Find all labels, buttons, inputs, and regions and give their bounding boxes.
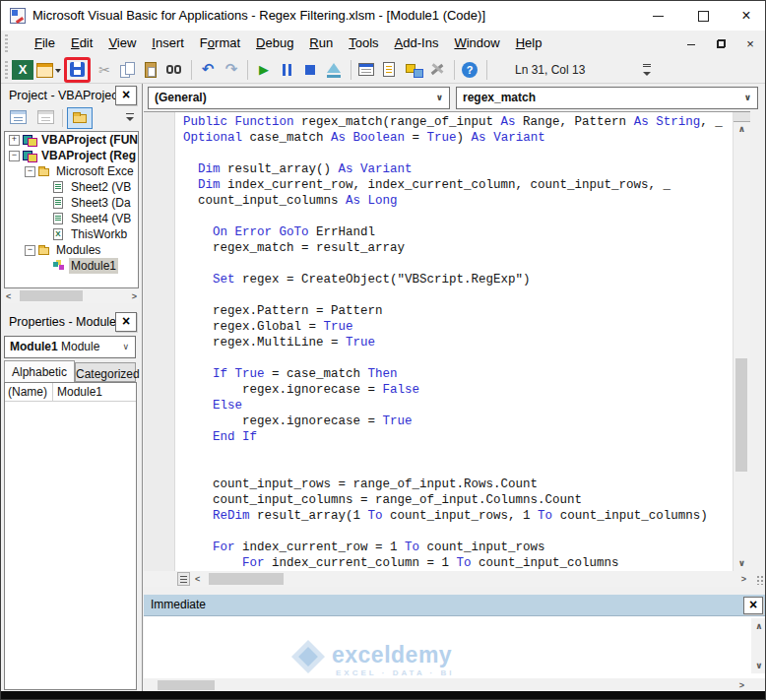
code-editor[interactable]: Public Function regex_match(range_of_inp… xyxy=(144,111,750,571)
split-handle[interactable] xyxy=(734,112,750,122)
code-line[interactable]: Public Function regex_match(range_of_inp… xyxy=(183,114,733,130)
code-line[interactable]: regex.ignorecase = True xyxy=(183,414,733,429)
object-dropdown[interactable]: (General) ∨ xyxy=(148,87,450,109)
tree-item-vbaproject-reg[interactable]: −VBAProject (Reg xyxy=(5,148,138,163)
toolbox-icon[interactable] xyxy=(427,60,449,80)
view-excel-icon[interactable] xyxy=(12,60,33,80)
menu-edit[interactable]: Edit xyxy=(63,31,100,57)
run-icon[interactable] xyxy=(253,60,275,80)
code-line[interactable]: regex.Pattern = Pattern xyxy=(183,303,733,319)
tab-alphabetic[interactable]: Alphabetic xyxy=(4,360,75,382)
properties-window-icon[interactable] xyxy=(380,60,402,80)
code-line[interactable]: regex.MultiLine = True xyxy=(183,335,733,350)
procedure-dropdown[interactable]: regex_match ∨ xyxy=(456,87,758,109)
code-line[interactable]: ReDim result_array(1 To count_input_rows… xyxy=(183,508,733,524)
tree-item-microsoft-exce[interactable]: −Microsoft Exce xyxy=(5,163,138,179)
code-line[interactable]: Dim result_array() As Variant xyxy=(183,161,733,177)
properties-panel-close-button[interactable]: × xyxy=(115,312,137,332)
property-row[interactable]: (Name)Module1 xyxy=(5,383,136,402)
cut-icon[interactable] xyxy=(94,60,115,80)
scrollbar-thumb[interactable] xyxy=(735,358,747,472)
reset-icon[interactable] xyxy=(300,60,322,80)
scroll-left-icon[interactable]: < xyxy=(6,291,11,301)
code-line[interactable]: On Error GoTo ErrHandl xyxy=(183,224,733,240)
scroll-left-icon[interactable]: < xyxy=(195,574,200,584)
view-object-button[interactable] xyxy=(34,108,58,128)
menu-debug[interactable]: Debug xyxy=(248,31,301,57)
immediate-window-titlebar[interactable]: Immediate xyxy=(144,595,766,616)
tree-item-sheet4-vb[interactable]: Sheet4 (VB xyxy=(5,211,138,226)
code-line[interactable]: regex_match = result_array xyxy=(183,240,733,256)
tree-item-vbaproject-fun[interactable]: +VBAProject (FUN xyxy=(5,132,138,148)
code-line[interactable]: count_input_columns = range_of_input.Col… xyxy=(183,492,733,508)
scroll-up-icon[interactable]: ∧ xyxy=(751,621,766,631)
object-browser-icon[interactable] xyxy=(404,60,425,80)
toolbar-options-button[interactable] xyxy=(641,60,654,82)
expand-icon[interactable]: + xyxy=(9,135,20,146)
resize-corner[interactable] xyxy=(750,571,766,587)
object-selector-dropdown[interactable]: Module1 Module ∨ xyxy=(4,336,136,358)
undo-icon[interactable] xyxy=(197,60,219,80)
immediate-window[interactable]: exceldemy EXCEL · DATA · BI ∧ ∨ xyxy=(144,616,766,678)
maximize-button[interactable] xyxy=(686,1,720,31)
mdi-close-button[interactable]: × xyxy=(743,36,757,51)
code-hscrollbar[interactable]: < > xyxy=(144,571,750,587)
find-icon[interactable] xyxy=(164,60,186,80)
mdi-minimize-button[interactable] xyxy=(684,38,698,50)
break-icon[interactable] xyxy=(277,60,298,80)
help-icon[interactable] xyxy=(460,60,481,80)
code-line[interactable] xyxy=(183,209,733,224)
copy-icon[interactable] xyxy=(117,60,139,80)
code-line[interactable] xyxy=(183,445,733,461)
menu-run[interactable]: Run xyxy=(301,31,341,57)
menu-file[interactable]: File xyxy=(27,31,63,57)
toolbar-grip-icon[interactable] xyxy=(5,61,8,80)
collapse-icon[interactable]: − xyxy=(25,245,35,256)
code-line[interactable]: regex.Global = True xyxy=(183,319,733,335)
code-line[interactable] xyxy=(183,350,733,366)
scrollbar-thumb[interactable] xyxy=(158,680,215,690)
code-line[interactable] xyxy=(183,461,733,477)
project-explorer-icon[interactable] xyxy=(356,60,378,80)
project-panel-close-button[interactable]: × xyxy=(115,86,137,105)
code-line[interactable] xyxy=(183,146,733,161)
code-line[interactable]: Else xyxy=(183,398,733,414)
menu-help[interactable]: Help xyxy=(508,31,550,57)
scroll-down-icon[interactable]: ∨ xyxy=(734,558,750,568)
mdi-restore-button[interactable] xyxy=(714,38,728,50)
tab-categorized[interactable]: Categorized xyxy=(75,362,136,382)
menu-addins[interactable]: Add-Ins xyxy=(387,31,447,57)
tree-item-sheet2-vb[interactable]: Sheet2 (VB xyxy=(5,179,138,195)
close-button[interactable]: × xyxy=(730,1,763,31)
code-line[interactable]: count_input_columns As Long xyxy=(183,193,733,209)
tree-item-sheet3-da[interactable]: Sheet3 (Da xyxy=(5,195,138,211)
scroll-up-icon[interactable]: ∧ xyxy=(734,124,750,134)
save-icon[interactable] xyxy=(69,60,86,80)
code-line[interactable] xyxy=(183,524,733,540)
scroll-right-icon[interactable]: > xyxy=(739,680,744,690)
margin-indicator-bar[interactable] xyxy=(144,112,175,571)
minimize-button[interactable] xyxy=(641,1,674,31)
menu-format[interactable]: Format xyxy=(192,31,248,57)
code-line[interactable]: If True = case_match Then xyxy=(183,366,733,382)
toggle-folders-button[interactable] xyxy=(67,107,93,129)
toolbar-grip-icon[interactable] xyxy=(5,34,8,53)
menu-window[interactable]: Window xyxy=(446,31,507,57)
collapse-icon[interactable]: − xyxy=(9,151,20,161)
code-line[interactable] xyxy=(183,287,733,303)
code-line[interactable] xyxy=(183,256,733,272)
tree-item-module1[interactable]: Module1 xyxy=(5,258,138,274)
code-line[interactable]: Optional case_match As Boolean = True) A… xyxy=(183,130,733,146)
scroll-down-icon[interactable]: ∨ xyxy=(751,661,766,670)
immediate-close-button[interactable]: × xyxy=(743,597,763,614)
project-toolbar-options-button[interactable] xyxy=(123,108,137,128)
code-line[interactable]: Dim index_current_row, index_current_col… xyxy=(183,177,733,193)
code-text[interactable]: Public Function regex_match(range_of_inp… xyxy=(183,114,733,571)
code-line[interactable]: count_input_rows = range_of_input.Rows.C… xyxy=(183,477,733,492)
immediate-hscrollbar[interactable]: > xyxy=(144,678,748,692)
full-module-view-button[interactable] xyxy=(177,572,190,586)
code-line[interactable]: regex.ignorecase = False xyxy=(183,382,733,398)
scrollbar-thumb[interactable] xyxy=(20,290,83,301)
code-line[interactable]: End If xyxy=(183,429,733,445)
scroll-right-icon[interactable]: > xyxy=(132,291,137,301)
